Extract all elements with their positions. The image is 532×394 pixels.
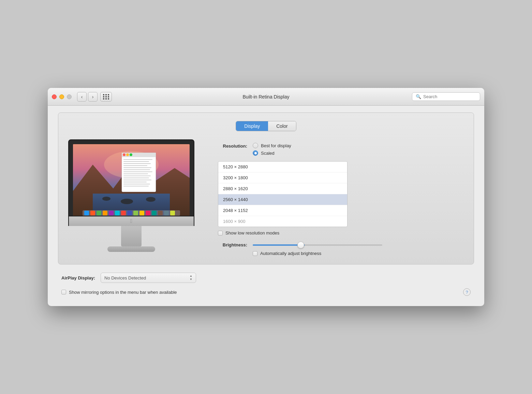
svg-point-11 bbox=[126, 153, 129, 156]
imac-illustration:  bbox=[66, 139, 196, 252]
main-window: ‹ › Built-in Retina Display 🔍 bbox=[48, 88, 484, 306]
apple-logo:  bbox=[130, 218, 132, 224]
svg-rect-16 bbox=[123, 165, 147, 166]
imac-chin:  bbox=[68, 216, 194, 226]
svg-rect-42 bbox=[170, 211, 175, 215]
traffic-lights bbox=[52, 94, 72, 99]
svg-rect-41 bbox=[164, 211, 169, 215]
brightness-slider-track[interactable] bbox=[253, 244, 382, 246]
desktop-svg bbox=[73, 144, 190, 216]
auto-brightness-checkbox[interactable] bbox=[253, 251, 257, 256]
brightness-section: Brightness: bbox=[210, 242, 466, 247]
svg-point-6 bbox=[146, 197, 156, 202]
mirroring-row: Show mirroring options in the menu bar w… bbox=[61, 288, 471, 296]
brightness-slider-thumb[interactable] bbox=[297, 242, 304, 248]
svg-rect-20 bbox=[123, 173, 148, 174]
show-low-res-row[interactable]: Show low resolution modes bbox=[218, 230, 466, 236]
resolution-section: Resolution: Best for display bbox=[210, 143, 466, 156]
back-button[interactable]: ‹ bbox=[77, 92, 87, 102]
forward-icon: › bbox=[92, 94, 94, 100]
window-title: Built-in Retina Display bbox=[243, 94, 290, 100]
svg-rect-15 bbox=[123, 163, 151, 164]
resolution-label: Resolution: bbox=[210, 143, 247, 149]
show-low-res-checkbox[interactable] bbox=[218, 231, 223, 236]
svg-rect-39 bbox=[152, 211, 157, 215]
dropdown-arrows-icon: ▲ ▼ bbox=[190, 275, 192, 281]
radio-scaled-inner bbox=[254, 152, 257, 154]
forward-button[interactable]: › bbox=[88, 92, 98, 102]
tab-row: Display Color bbox=[66, 121, 466, 131]
svg-rect-26 bbox=[123, 186, 149, 186]
svg-rect-14 bbox=[123, 161, 149, 162]
mirroring-label: Show mirroring options in the menu bar w… bbox=[69, 290, 177, 295]
res-item-2560[interactable]: 2560 × 1440 bbox=[218, 194, 347, 205]
resolution-options: Best for display Scaled bbox=[253, 143, 291, 156]
content-area: Display Color bbox=[48, 106, 484, 306]
svg-rect-19 bbox=[123, 171, 152, 172]
svg-rect-22 bbox=[123, 178, 149, 178]
airplay-row: AirPlay Display: No Devices Detected ▲ ▼ bbox=[61, 273, 471, 283]
svg-rect-23 bbox=[123, 180, 151, 180]
svg-rect-36 bbox=[133, 211, 138, 215]
tab-group: Display Color bbox=[236, 121, 296, 131]
resolution-list: 5120 × 2880 3200 × 1800 2880 × 1620 2560… bbox=[218, 161, 348, 227]
svg-rect-38 bbox=[146, 211, 150, 215]
imac-stand-base bbox=[107, 246, 155, 252]
grid-icon bbox=[103, 94, 109, 100]
svg-rect-37 bbox=[139, 211, 144, 215]
imac-screen-outer bbox=[68, 139, 194, 216]
res-item-5120[interactable]: 5120 × 2880 bbox=[218, 162, 347, 172]
svg-rect-18 bbox=[123, 169, 150, 170]
svg-rect-35 bbox=[127, 211, 132, 215]
svg-rect-32 bbox=[109, 211, 114, 215]
maximize-button[interactable] bbox=[67, 94, 72, 99]
airplay-dropdown[interactable]: No Devices Detected ▲ ▼ bbox=[101, 273, 196, 283]
search-box[interactable]: 🔍 bbox=[412, 92, 480, 101]
grid-view-button[interactable] bbox=[100, 92, 112, 102]
close-button[interactable] bbox=[52, 94, 57, 99]
display-row:  Resolution: bbox=[66, 139, 466, 256]
help-button[interactable]: ? bbox=[463, 288, 471, 296]
radio-best-icon bbox=[253, 143, 258, 148]
svg-rect-33 bbox=[115, 211, 120, 215]
svg-point-10 bbox=[123, 153, 125, 156]
airplay-dropdown-value: No Devices Detected bbox=[104, 275, 146, 281]
airplay-label: AirPlay Display: bbox=[61, 275, 95, 281]
nav-buttons: ‹ › bbox=[77, 92, 112, 102]
minimize-button[interactable] bbox=[59, 94, 64, 99]
settings-column: Resolution: Best for display bbox=[210, 139, 466, 256]
res-item-2880[interactable]: 2880 × 1620 bbox=[218, 183, 347, 194]
radio-best-for-display[interactable]: Best for display bbox=[253, 143, 291, 148]
auto-brightness-row[interactable]: Automatically adjust brightness bbox=[253, 251, 466, 256]
arrow-down-icon: ▼ bbox=[190, 278, 192, 281]
auto-brightness-label: Automatically adjust brightness bbox=[260, 251, 321, 256]
tab-display[interactable]: Display bbox=[236, 121, 268, 131]
res-item-2048[interactable]: 2048 × 1152 bbox=[218, 205, 347, 216]
radio-scaled-label: Scaled bbox=[261, 151, 275, 156]
svg-rect-25 bbox=[123, 184, 150, 184]
inner-panel: Display Color bbox=[58, 112, 474, 264]
arrow-up-icon: ▲ bbox=[190, 275, 192, 277]
back-icon: ‹ bbox=[81, 94, 83, 100]
svg-rect-30 bbox=[97, 211, 101, 215]
svg-rect-13 bbox=[123, 159, 152, 160]
imac-screen bbox=[73, 144, 190, 216]
svg-point-4 bbox=[102, 197, 110, 201]
res-item-3200[interactable]: 3200 × 1800 bbox=[218, 172, 347, 183]
radio-scaled-icon bbox=[253, 150, 258, 156]
radio-scaled[interactable]: Scaled bbox=[253, 150, 291, 156]
mirroring-checkbox[interactable] bbox=[61, 290, 66, 294]
search-icon: 🔍 bbox=[416, 94, 421, 99]
radio-best-label: Best for display bbox=[261, 143, 291, 148]
svg-rect-29 bbox=[90, 211, 95, 215]
show-low-res-label: Show low resolution modes bbox=[225, 230, 279, 236]
tab-color[interactable]: Color bbox=[268, 121, 296, 131]
titlebar: ‹ › Built-in Retina Display 🔍 bbox=[48, 88, 484, 106]
svg-rect-40 bbox=[158, 211, 163, 215]
mirroring-left[interactable]: Show mirroring options in the menu bar w… bbox=[61, 290, 177, 295]
svg-rect-24 bbox=[123, 182, 147, 182]
search-input[interactable] bbox=[423, 94, 476, 99]
svg-rect-28 bbox=[84, 211, 89, 215]
svg-rect-21 bbox=[123, 176, 151, 176]
res-item-1600[interactable]: 1600 × 900 bbox=[218, 216, 347, 227]
